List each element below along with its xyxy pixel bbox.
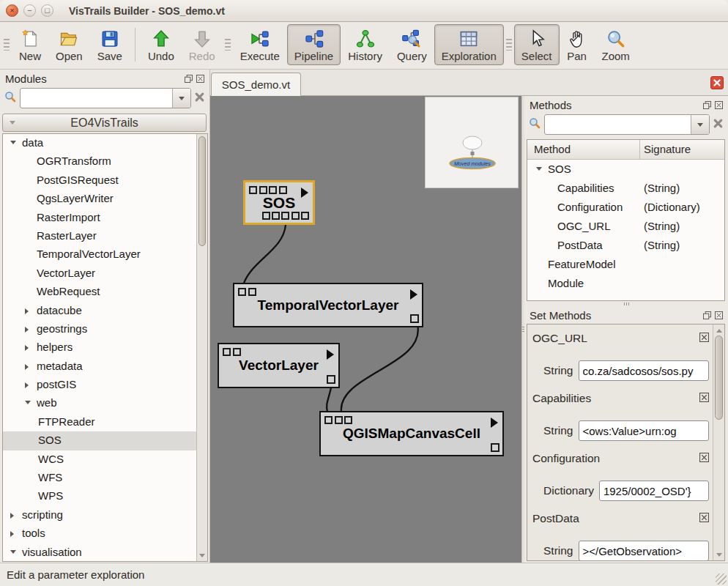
tree-item-tools[interactable]: tools [3,524,196,543]
tree-item-postgisrequest[interactable]: PostGISRequest [3,171,196,190]
tree-item-label: RasterImport [37,211,100,223]
clear-search-icon[interactable] [195,92,204,105]
expand-arrow-icon[interactable] [10,531,14,537]
float-panel-icon[interactable] [185,75,193,83]
method-row-module[interactable]: Module [527,274,724,293]
version-tree-minimap[interactable]: Moved modules [425,97,519,188]
clear-search-icon[interactable] [713,118,723,131]
tree-item-wfs[interactable]: WFS [3,469,196,487]
modules-search-input[interactable] [21,89,172,108]
tab-close-button[interactable] [710,76,724,89]
tree-item-scripting[interactable]: scripting [3,506,196,524]
tree-item-wcs[interactable]: WCS [3,450,196,469]
toolbar-button-undo[interactable]: Undo [141,24,182,65]
column-header-signature[interactable]: Signature [640,140,724,159]
toolbar-button-new[interactable]: New [12,24,48,65]
toolbar-button-redo[interactable]: Redo [182,24,223,65]
tab-sos-demo[interactable]: SOS_demo.vt [211,73,301,96]
method-row-featuremodel[interactable]: FeatureModel [527,255,724,274]
toolbar-button-save[interactable]: Save [90,24,130,65]
method-row-postdata[interactable]: PostData(String) [527,236,724,255]
collapse-arrow-icon[interactable] [25,401,31,404]
tree-item-ogrtransform[interactable]: OGRTransform [3,152,196,171]
tree-item-webrequest[interactable]: WebRequest [3,283,196,301]
toolbar-button-query[interactable]: Query [390,24,434,65]
parameter-value-input-configuration[interactable] [599,481,709,501]
close-panel-icon[interactable] [715,311,723,319]
toolbar-button-pipeline[interactable]: Pipeline [287,24,341,65]
expand-arrow-icon[interactable] [25,308,29,314]
toolbar-button-execute[interactable]: Execute [233,24,287,65]
search-dropdown-button[interactable] [172,89,190,108]
method-row-sos[interactable]: SOS [527,160,724,179]
tree-item-rasterimport[interactable]: RasterImport [3,209,196,227]
resize-grip[interactable] [716,574,727,585]
tree-item-helpers[interactable]: helpers [3,338,196,357]
tree-item-web[interactable]: web [3,394,196,412]
float-panel-icon[interactable] [703,311,711,319]
tree-item-vectorlayer[interactable]: VectorLayer [3,264,196,283]
tree-item-sos[interactable]: SOS [3,431,196,450]
method-row-capabilities[interactable]: Capabilities(String) [527,179,724,198]
tree-item-ftpreader[interactable]: FTPReader [3,413,196,431]
expand-arrow-icon[interactable] [25,327,29,333]
close-panel-icon[interactable] [715,101,723,109]
close-panel-icon[interactable] [196,75,204,83]
expand-arrow-icon[interactable] [10,513,14,519]
toolbar-button-history[interactable]: History [341,24,390,65]
package-header-eo4vistrails[interactable]: EO4VisTrails [2,114,207,132]
column-header-method[interactable]: Method [527,140,640,159]
window-minimize-button[interactable]: − [23,4,36,17]
search-dropdown-button[interactable] [691,115,709,134]
remove-method-icon[interactable] [699,332,709,345]
toolbar-drag-handle[interactable] [4,39,10,51]
collapse-arrow-icon[interactable] [10,550,16,554]
tree-item-temporalvectorlayer[interactable]: TemporalVectorLayer [3,245,196,264]
tree-item-data[interactable]: data [3,134,196,152]
tree-item-datacube[interactable]: datacube [3,302,196,320]
parameter-value-input-capabilities[interactable] [579,420,710,441]
toolbar-button-open[interactable]: Open [48,24,90,65]
method-row-configuration[interactable]: Configuration(Dictionary) [527,198,724,217]
tree-item-qgslayerwriter[interactable]: QgsLayerWriter [3,190,196,208]
toolbar-drag-handle[interactable] [506,39,512,51]
methods-search-input[interactable] [545,115,691,134]
method-row-ogc_url[interactable]: OGC_URL(String) [527,217,724,236]
tree-item-visualisation[interactable]: visualisation [3,544,196,562]
float-panel-icon[interactable] [703,101,711,109]
pipeline-canvas[interactable]: SOSTemporalVectorLayerVectorLayerQGISMap… [210,96,521,563]
connection-vectorlayer-to-qgismapcanvascell[interactable] [327,385,332,412]
pipeline-module-sos[interactable]: SOS [243,180,315,225]
window-maximize-button[interactable]: □ [41,4,53,17]
set-methods-scrollbar[interactable] [713,324,724,560]
expand-arrow-icon[interactable] [25,382,29,388]
connection-sos-to-temporalvectorlayer[interactable] [242,225,286,288]
window-close-button[interactable]: × [6,4,18,17]
tree-item-rasterlayer[interactable]: RasterLayer [3,227,196,245]
toolbar-button-select[interactable]: Select [514,24,560,65]
parameter-value-input-postdata[interactable] [579,541,710,561]
collapse-arrow-icon[interactable] [10,141,16,144]
methods-splitter[interactable] [524,301,728,306]
tree-item-wps[interactable]: WPS [3,487,196,505]
toolbar-button-pan[interactable]: Pan [560,24,595,65]
expand-arrow-icon[interactable] [25,345,29,351]
pipeline-module-temporalvectorlayer[interactable]: TemporalVectorLayer [233,283,423,327]
parameter-value-input-ogc_url[interactable] [579,360,710,381]
expand-arrow-icon[interactable] [25,364,29,370]
toolbar-drag-handle[interactable] [225,39,231,51]
toolbar-button-zoom[interactable]: Zoom [595,24,637,65]
tree-item-metadata[interactable]: metadata [3,357,196,376]
modules-tree-scrollbar[interactable] [196,134,207,561]
pipeline-module-qgismapcanvascell[interactable]: QGISMapCanvasCell [319,411,504,456]
tree-item-postgis[interactable]: postGIS [3,376,196,394]
remove-method-icon[interactable] [699,392,709,405]
collapse-arrow-icon[interactable] [536,167,542,171]
pipeline-module-vectorlayer[interactable]: VectorLayer [218,343,340,388]
tree-item-geostrings[interactable]: geostrings [3,320,196,338]
connection-temporalvectorlayer-to-qgismapcanvascell[interactable] [341,324,418,412]
tree-item-label: metadata [37,360,83,372]
remove-method-icon[interactable] [699,512,709,525]
remove-method-icon[interactable] [699,452,709,465]
toolbar-button-exploration[interactable]: Exploration [434,24,504,65]
